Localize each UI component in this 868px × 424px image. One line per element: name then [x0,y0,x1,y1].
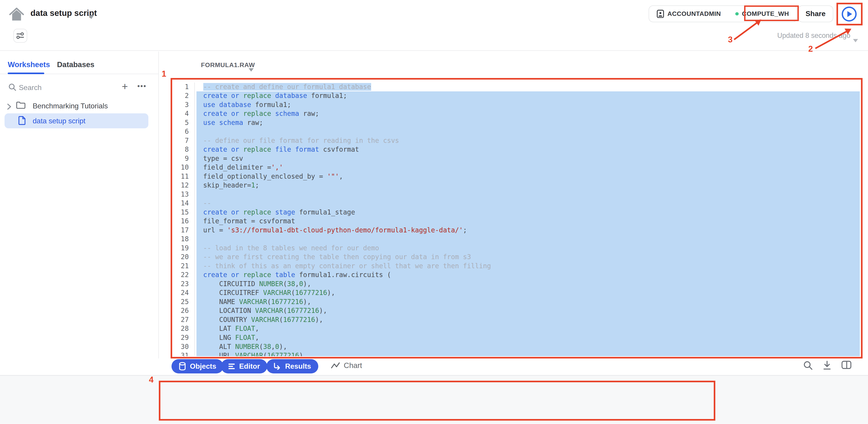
title-dropdown-caret-icon[interactable] [89,11,94,21]
run-circle-icon [842,7,857,22]
sidebar-more-button[interactable]: ••• [137,82,147,90]
top-header: data setup script ACCOUNTADMIN COMPUTE_W… [0,0,868,51]
code-lines[interactable]: -- create and define our formula1 databa… [196,83,860,356]
active-tab-underline [8,72,44,74]
context-dropdown-caret-icon[interactable] [249,64,254,74]
role-selector[interactable]: ACCOUNTADMIN [668,10,721,18]
search-results-icon[interactable] [803,361,813,370]
warehouse-status-dot [735,12,739,15]
new-worksheet-button[interactable]: + [122,80,128,93]
tab-databases[interactable]: Databases [57,60,94,69]
updated-dropdown-caret-icon[interactable] [853,34,858,44]
sidebar-item-worksheet-selected[interactable]: data setup script [4,113,148,128]
folder-icon [16,101,25,111]
updated-status-text: Updated 8 seconds ago [777,32,850,39]
sidebar-search-row: Search + ••• [0,79,159,96]
editor-label: Editor [239,362,260,370]
worksheet-label: data setup script [33,117,86,125]
worksheet-doc-icon [19,116,26,127]
user-badge-icon [657,10,664,18]
editor-lines-icon [228,363,235,370]
return-arrow-icon [273,363,281,370]
database-icon [179,362,186,370]
home-icon[interactable] [9,7,24,22]
split-panel-icon[interactable] [841,361,851,369]
search-icon [8,83,16,93]
results-action-icons [803,361,868,370]
download-icon[interactable] [823,361,832,370]
chart-label: Chart [344,361,362,370]
gutter-separator [194,83,195,356]
line-number-gutter: 1234567891011121314151617181920212223242… [172,83,191,356]
tab-worksheets[interactable]: Worksheets [8,60,50,69]
objects-label: Objects [190,362,216,370]
annotation-label-1: 1 [162,69,166,79]
results-toolbar: Objects Editor Results Chart [0,358,868,375]
warehouse-selector[interactable]: COMPUTE_WH [742,10,789,18]
snowsight-worksheet-page: data setup script ACCOUNTADMIN COMPUTE_W… [0,0,868,424]
worksheet-title[interactable]: data setup script [30,8,97,18]
chart-tab[interactable]: Chart [331,361,362,370]
results-button[interactable]: Results [266,359,318,373]
chevron-right-icon[interactable] [7,102,11,112]
share-button[interactable]: Share [798,5,833,22]
search-input[interactable]: Search [19,84,42,92]
results-label: Results [285,362,311,370]
run-button[interactable] [838,4,860,24]
chart-line-icon [331,362,340,369]
play-icon [847,11,852,17]
worksheet-filters-button[interactable] [13,29,27,43]
sidebar-item-folder[interactable]: Benchmarking Tutorials [0,99,159,113]
sql-editor[interactable]: 1234567891011121314151617181920212223242… [172,79,861,356]
results-panel: filestatusrows_parsedrows_loadederror_li… [0,376,868,424]
folder-label: Benchmarking Tutorials [33,102,108,110]
session-context-pill: ACCOUNTADMIN COMPUTE_WH [649,5,797,22]
objects-button[interactable]: Objects [172,359,223,373]
editor-button[interactable]: Editor [221,359,267,373]
database-schema-selector[interactable]: FORMULA1.RAW [201,61,255,69]
